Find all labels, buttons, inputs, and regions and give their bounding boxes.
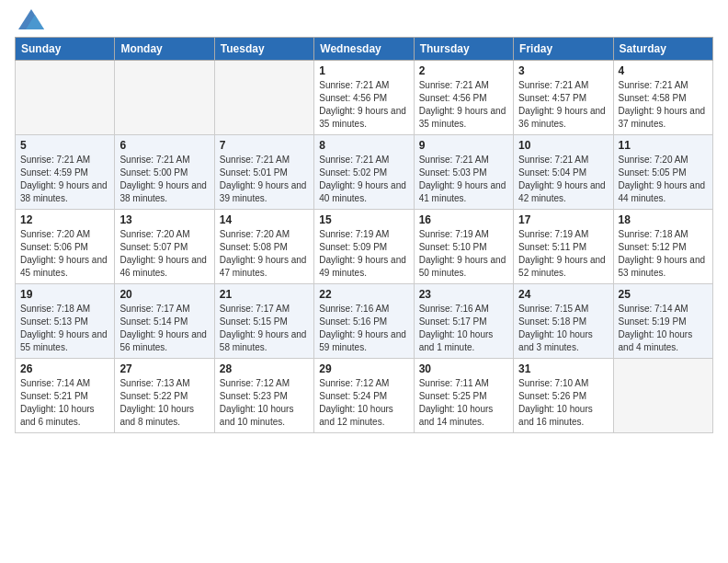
calendar-day-cell: 17Sunrise: 7:19 AMSunset: 5:11 PMDayligh… <box>514 210 613 284</box>
day-info: Sunrise: 7:20 AMSunset: 5:07 PMDaylight:… <box>119 228 209 280</box>
day-number: 20 <box>119 288 209 301</box>
calendar-day-cell: 15Sunrise: 7:19 AMSunset: 5:09 PMDayligh… <box>314 210 414 284</box>
day-number: 26 <box>20 362 109 375</box>
calendar-day-cell: 10Sunrise: 7:21 AMSunset: 5:04 PMDayligh… <box>514 135 613 210</box>
calendar-week-row: 12Sunrise: 7:20 AMSunset: 5:06 PMDayligh… <box>16 210 713 284</box>
day-number: 24 <box>518 288 608 301</box>
day-info: Sunrise: 7:13 AMSunset: 5:22 PMDaylight:… <box>119 377 209 429</box>
calendar-day-cell: 14Sunrise: 7:20 AMSunset: 5:08 PMDayligh… <box>214 210 313 284</box>
day-info: Sunrise: 7:21 AMSunset: 4:56 PMDaylight:… <box>419 79 508 131</box>
col-header-wednesday: Wednesday <box>314 38 414 61</box>
calendar-day-cell: 22Sunrise: 7:16 AMSunset: 5:16 PMDayligh… <box>314 284 414 359</box>
calendar-day-cell: 8Sunrise: 7:21 AMSunset: 5:02 PMDaylight… <box>314 135 414 210</box>
calendar-day-cell <box>115 61 214 135</box>
day-number: 7 <box>220 139 309 152</box>
calendar-day-cell: 31Sunrise: 7:10 AMSunset: 5:26 PMDayligh… <box>514 359 613 433</box>
calendar-day-cell: 1Sunrise: 7:21 AMSunset: 4:56 PMDaylight… <box>314 61 414 135</box>
calendar-day-cell: 20Sunrise: 7:17 AMSunset: 5:14 PMDayligh… <box>115 284 214 359</box>
day-number: 25 <box>619 288 708 301</box>
calendar-day-cell: 27Sunrise: 7:13 AMSunset: 5:22 PMDayligh… <box>115 359 214 433</box>
day-info: Sunrise: 7:12 AMSunset: 5:24 PMDaylight:… <box>319 377 408 429</box>
calendar-day-cell: 12Sunrise: 7:20 AMSunset: 5:06 PMDayligh… <box>16 210 115 284</box>
day-number: 19 <box>20 288 109 301</box>
calendar-day-cell: 21Sunrise: 7:17 AMSunset: 5:15 PMDayligh… <box>214 284 313 359</box>
calendar-day-cell <box>613 359 712 433</box>
day-number: 14 <box>220 213 309 226</box>
calendar-day-cell: 19Sunrise: 7:18 AMSunset: 5:13 PMDayligh… <box>16 284 115 359</box>
day-number: 4 <box>619 64 708 77</box>
day-info: Sunrise: 7:17 AMSunset: 5:14 PMDaylight:… <box>119 303 209 354</box>
day-number: 22 <box>319 288 408 301</box>
day-info: Sunrise: 7:19 AMSunset: 5:11 PMDaylight:… <box>518 228 608 280</box>
calendar-day-cell: 24Sunrise: 7:15 AMSunset: 5:18 PMDayligh… <box>514 284 613 359</box>
day-number: 31 <box>518 362 608 375</box>
day-number: 11 <box>619 139 708 152</box>
day-info: Sunrise: 7:18 AMSunset: 5:12 PMDaylight:… <box>619 228 708 280</box>
day-number: 8 <box>319 139 408 152</box>
calendar-day-cell: 3Sunrise: 7:21 AMSunset: 4:57 PMDaylight… <box>514 61 613 135</box>
day-info: Sunrise: 7:21 AMSunset: 5:02 PMDaylight:… <box>319 154 408 205</box>
col-header-tuesday: Tuesday <box>214 38 313 61</box>
day-info: Sunrise: 7:18 AMSunset: 5:13 PMDaylight:… <box>20 303 109 354</box>
calendar-week-row: 5Sunrise: 7:21 AMSunset: 4:59 PMDaylight… <box>16 135 713 210</box>
day-info: Sunrise: 7:19 AMSunset: 5:09 PMDaylight:… <box>319 228 408 280</box>
day-number: 3 <box>518 64 608 77</box>
day-info: Sunrise: 7:12 AMSunset: 5:23 PMDaylight:… <box>220 377 309 429</box>
day-number: 10 <box>518 139 608 152</box>
calendar-day-cell: 26Sunrise: 7:14 AMSunset: 5:21 PMDayligh… <box>16 359 115 433</box>
day-info: Sunrise: 7:21 AMSunset: 4:59 PMDaylight:… <box>20 154 109 205</box>
day-info: Sunrise: 7:17 AMSunset: 5:15 PMDaylight:… <box>220 303 309 354</box>
logo-icon <box>18 9 44 29</box>
calendar-day-cell: 23Sunrise: 7:16 AMSunset: 5:17 PMDayligh… <box>414 284 513 359</box>
day-info: Sunrise: 7:21 AMSunset: 4:56 PMDaylight:… <box>319 79 408 131</box>
col-header-saturday: Saturday <box>613 38 712 61</box>
day-number: 21 <box>220 288 309 301</box>
col-header-sunday: Sunday <box>16 38 115 61</box>
calendar-day-cell: 6Sunrise: 7:21 AMSunset: 5:00 PMDaylight… <box>115 135 214 210</box>
day-number: 9 <box>419 139 508 152</box>
calendar-day-cell: 2Sunrise: 7:21 AMSunset: 4:56 PMDaylight… <box>414 61 513 135</box>
day-info: Sunrise: 7:21 AMSunset: 4:57 PMDaylight:… <box>518 79 608 131</box>
calendar-table: SundayMondayTuesdayWednesdayThursdayFrid… <box>15 37 713 433</box>
day-info: Sunrise: 7:21 AMSunset: 5:00 PMDaylight:… <box>119 154 209 205</box>
header <box>15 9 713 29</box>
day-info: Sunrise: 7:21 AMSunset: 4:58 PMDaylight:… <box>619 79 708 131</box>
day-info: Sunrise: 7:11 AMSunset: 5:25 PMDaylight:… <box>419 377 508 429</box>
calendar-day-cell: 9Sunrise: 7:21 AMSunset: 5:03 PMDaylight… <box>414 135 513 210</box>
col-header-friday: Friday <box>514 38 613 61</box>
calendar-day-cell: 7Sunrise: 7:21 AMSunset: 5:01 PMDaylight… <box>214 135 313 210</box>
day-info: Sunrise: 7:20 AMSunset: 5:06 PMDaylight:… <box>20 228 109 280</box>
day-info: Sunrise: 7:19 AMSunset: 5:10 PMDaylight:… <box>419 228 508 280</box>
calendar-day-cell: 28Sunrise: 7:12 AMSunset: 5:23 PMDayligh… <box>214 359 313 433</box>
day-number: 5 <box>20 139 109 152</box>
day-info: Sunrise: 7:21 AMSunset: 5:03 PMDaylight:… <box>419 154 508 205</box>
logo <box>15 9 44 29</box>
calendar-day-cell: 16Sunrise: 7:19 AMSunset: 5:10 PMDayligh… <box>414 210 513 284</box>
day-number: 17 <box>518 213 608 226</box>
day-info: Sunrise: 7:20 AMSunset: 5:05 PMDaylight:… <box>619 154 708 205</box>
day-number: 30 <box>419 362 508 375</box>
day-number: 18 <box>619 213 708 226</box>
day-info: Sunrise: 7:15 AMSunset: 5:18 PMDaylight:… <box>518 303 608 354</box>
day-number: 28 <box>220 362 309 375</box>
calendar-day-cell: 29Sunrise: 7:12 AMSunset: 5:24 PMDayligh… <box>314 359 414 433</box>
day-number: 12 <box>20 213 109 226</box>
day-info: Sunrise: 7:16 AMSunset: 5:16 PMDaylight:… <box>319 303 408 354</box>
day-number: 27 <box>119 362 209 375</box>
calendar-day-cell: 13Sunrise: 7:20 AMSunset: 5:07 PMDayligh… <box>115 210 214 284</box>
calendar-day-cell: 4Sunrise: 7:21 AMSunset: 4:58 PMDaylight… <box>613 61 712 135</box>
day-info: Sunrise: 7:10 AMSunset: 5:26 PMDaylight:… <box>518 377 608 429</box>
day-number: 2 <box>419 64 508 77</box>
calendar-day-cell: 11Sunrise: 7:20 AMSunset: 5:05 PMDayligh… <box>613 135 712 210</box>
day-number: 16 <box>419 213 508 226</box>
day-info: Sunrise: 7:21 AMSunset: 5:04 PMDaylight:… <box>518 154 608 205</box>
col-header-monday: Monday <box>115 38 214 61</box>
day-number: 1 <box>319 64 408 77</box>
day-info: Sunrise: 7:14 AMSunset: 5:19 PMDaylight:… <box>619 303 708 354</box>
calendar-day-cell <box>16 61 115 135</box>
calendar-week-row: 1Sunrise: 7:21 AMSunset: 4:56 PMDaylight… <box>16 61 713 135</box>
calendar-week-row: 19Sunrise: 7:18 AMSunset: 5:13 PMDayligh… <box>16 284 713 359</box>
calendar-day-cell: 25Sunrise: 7:14 AMSunset: 5:19 PMDayligh… <box>613 284 712 359</box>
calendar-day-cell: 18Sunrise: 7:18 AMSunset: 5:12 PMDayligh… <box>613 210 712 284</box>
day-number: 13 <box>119 213 209 226</box>
